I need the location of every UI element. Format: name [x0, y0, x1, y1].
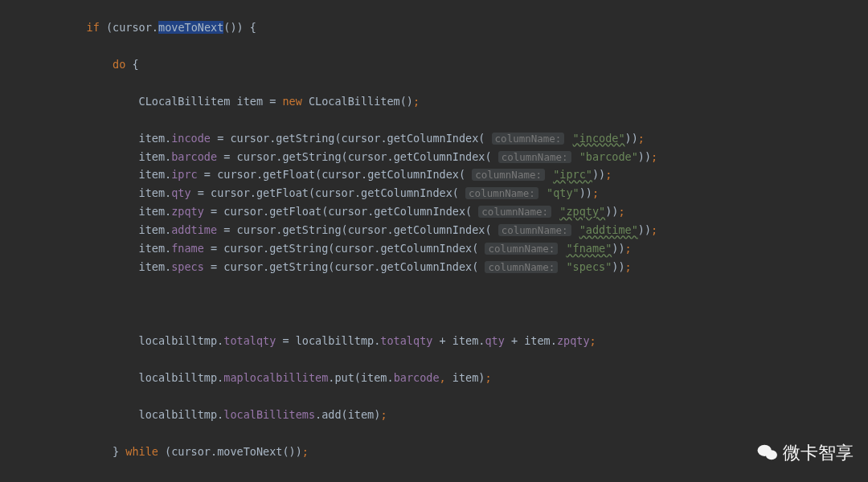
param-hint: columnName:: [472, 169, 545, 181]
param-hint: columnName:: [498, 224, 571, 236]
code-line: localbilltmp.totalqty = localbilltmp.tot…: [8, 332, 868, 350]
sel-token: moveToNext: [158, 21, 223, 34]
watermark: 微卡智享: [757, 438, 854, 468]
param-hint: columnName:: [465, 187, 538, 199]
param-hint: columnName:: [498, 151, 571, 163]
code-editor[interactable]: if (cursor.moveToNext()) { do { CLocalBi…: [0, 0, 868, 482]
code-line: }: [8, 479, 868, 482]
code-line: item.barcode = cursor.getString(cursor.g…: [8, 148, 868, 166]
code-line: [8, 295, 868, 313]
code-line: } while (cursor.moveToNext());: [8, 443, 868, 461]
code-line: item.zpqty = cursor.getFloat(cursor.getC…: [8, 202, 868, 221]
param-hint: columnName:: [492, 133, 565, 145]
svg-point-1: [766, 451, 777, 460]
param-hint: columnName:: [485, 243, 558, 255]
code-line: item.specs = cursor.getString(cursor.get…: [8, 258, 868, 276]
code-line: localbilltmp.localBillitems.add(item);: [8, 406, 868, 424]
code-line: do {: [8, 55, 868, 74]
param-hint: columnName:: [478, 206, 551, 218]
code-line: if (cursor.moveToNext()) {: [8, 18, 868, 37]
wechat-icon: [757, 443, 778, 461]
code-line: localbilltmp.maplocalbillitem.put(item.b…: [8, 369, 868, 387]
code-line: item.iprc = cursor.getFloat(cursor.getCo…: [8, 165, 868, 184]
param-hint: columnName:: [485, 261, 558, 273]
kw-if: if: [87, 21, 100, 34]
code-line: item.qty = cursor.getFloat(cursor.getCol…: [8, 184, 868, 202]
watermark-text: 微卡智享: [783, 438, 854, 468]
code-line: item.fname = cursor.getString(cursor.get…: [8, 239, 868, 258]
code-line: item.incode = cursor.getString(cursor.ge…: [8, 129, 868, 148]
code-line: item.addtime = cursor.getString(cursor.g…: [8, 221, 868, 239]
code-line: CLocalBillitem item = new CLocalBillitem…: [8, 92, 868, 111]
